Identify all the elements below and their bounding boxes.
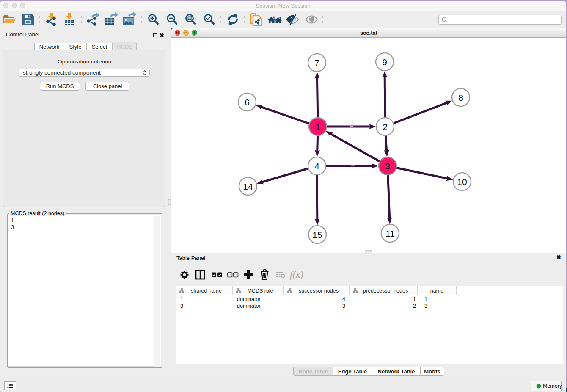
svg-text:15: 15 xyxy=(312,230,322,240)
svg-text:4: 4 xyxy=(314,161,319,171)
svg-text:10: 10 xyxy=(457,177,467,187)
svg-text:8: 8 xyxy=(458,93,463,102)
svg-text:9: 9 xyxy=(382,57,387,67)
svg-text:6: 6 xyxy=(245,97,250,107)
svg-text:f(x): f(x) xyxy=(290,269,303,280)
svg-text:1: 1 xyxy=(315,122,320,132)
svg-text:11: 11 xyxy=(385,229,395,238)
svg-text:2: 2 xyxy=(383,122,388,132)
svg-text:14: 14 xyxy=(243,182,253,191)
svg-text:7: 7 xyxy=(314,58,319,68)
svg-text:3: 3 xyxy=(385,161,390,171)
